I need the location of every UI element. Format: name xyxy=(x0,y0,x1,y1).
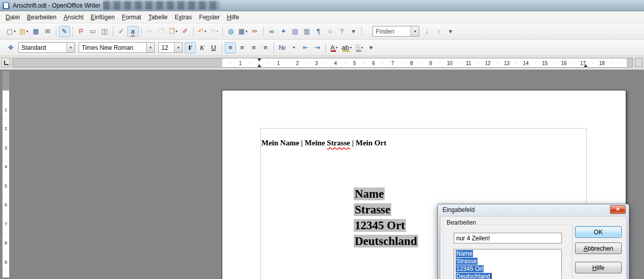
menu-fenster[interactable]: Fenster xyxy=(195,12,223,22)
menu-hilfe[interactable]: Hilfe xyxy=(223,12,243,22)
chevron-down-icon: ▾ xyxy=(178,46,180,50)
right-indent-marker[interactable] xyxy=(584,62,588,67)
left-indent-marker[interactable] xyxy=(257,62,261,67)
textarea-line: Name xyxy=(456,250,560,258)
menu-ansicht[interactable]: Ansicht xyxy=(60,12,87,22)
bullet-list-button[interactable]: • xyxy=(288,42,299,53)
new-document-button[interactable]: ▢▾ xyxy=(5,26,17,37)
input-field-value[interactable]: 12345 Ort xyxy=(354,219,406,232)
menu-bearbeiten[interactable]: Bearbeiten xyxy=(23,12,60,22)
cancel-button[interactable]: Abbrechen xyxy=(575,242,622,254)
document-header-line[interactable]: Mein Name | Meine Strasse | Mein Ort xyxy=(261,139,386,147)
background-color-button[interactable]: ▒▾ xyxy=(354,42,365,53)
gallery-button[interactable]: ▧ xyxy=(289,26,300,37)
format-paintbrush-button[interactable]: ✐ xyxy=(180,26,191,37)
reference-input[interactable]: nur 4 Zeilen! xyxy=(454,233,562,243)
formatting-marks-button[interactable]: ¶ xyxy=(313,26,324,37)
undo-icon: ↶ xyxy=(198,28,204,35)
align-left-button[interactable]: ≡ xyxy=(225,42,236,53)
styles-icon: ❖ xyxy=(8,44,14,51)
increase-indent-button[interactable]: ⇥ xyxy=(312,42,323,53)
vertical-ruler[interactable]: 123456789 xyxy=(2,71,10,278)
auto-spellcheck-button[interactable]: a xyxy=(127,26,139,37)
print-button[interactable]: ▭ xyxy=(87,26,98,37)
window-titlebar[interactable]: Anschrift.odt - OpenOffice Writer xyxy=(0,0,644,11)
zoom-button[interactable]: ○ xyxy=(324,26,335,37)
vertical-ruler-page-segment: 123456789 xyxy=(3,90,9,277)
open-button[interactable]: ▤▾ xyxy=(18,26,30,37)
draw-functions-button[interactable]: ✏ xyxy=(249,26,260,37)
save-button[interactable]: ▦ xyxy=(30,26,42,37)
field-content-textarea[interactable]: NameStrasse12345 OrtDeutschland xyxy=(454,249,562,279)
find-replace-button[interactable]: ∞ xyxy=(266,26,277,37)
ruler-corner-button[interactable] xyxy=(635,58,642,67)
page-preview-button[interactable]: ◫ xyxy=(99,26,110,37)
italic-button[interactable]: K xyxy=(196,42,208,53)
menu-format[interactable]: Format xyxy=(118,12,145,22)
ruler-number: 9 xyxy=(4,259,8,265)
font-size-value[interactable]: 12 xyxy=(159,44,174,51)
numbered-list-icon: № xyxy=(279,44,286,51)
edit-groupbox-label: Bearbeiten xyxy=(445,219,478,226)
input-field-value[interactable]: Name xyxy=(354,188,385,200)
decrease-indent-button[interactable]: ⇤ xyxy=(300,42,311,53)
cut-button[interactable]: ✂ xyxy=(144,26,155,37)
hyperlink-button[interactable]: ◍ xyxy=(225,26,236,37)
spellcheck-button[interactable]: ✓ xyxy=(116,26,127,37)
menu-einfgen[interactable]: Einfügen xyxy=(87,12,118,22)
ruler-number: 14 xyxy=(522,60,529,66)
font-color-button[interactable]: A▾ xyxy=(328,42,340,53)
font-size-dropdown-button[interactable]: ▾ xyxy=(174,43,182,52)
highlighting-button[interactable]: ab▾ xyxy=(340,42,353,53)
print-icon: ▭ xyxy=(89,28,95,35)
paste-button[interactable]: ❒▾ xyxy=(167,26,179,37)
bold-button[interactable]: F xyxy=(185,42,196,53)
menu-datei[interactable]: Datei xyxy=(2,12,23,22)
find-toolbar-combo: Finden ▾ xyxy=(372,26,419,37)
numbered-list-button[interactable]: № xyxy=(277,42,288,53)
dropdown-arrow-icon: ▾ xyxy=(176,29,178,34)
navigator-button[interactable]: ✦ xyxy=(278,26,289,37)
font-name-value[interactable]: Times New Roman xyxy=(79,44,146,51)
find-next-button[interactable]: ↓ xyxy=(421,26,432,37)
export-pdf-button[interactable]: P xyxy=(76,26,87,37)
align-right-button[interactable]: ≡ xyxy=(248,42,259,53)
dialog-close-button[interactable]: ✕ xyxy=(610,205,626,214)
help-button[interactable]: ? xyxy=(336,26,347,37)
find-toolbar-options-button[interactable]: ▾ xyxy=(445,26,456,37)
find-previous-button[interactable]: ↑ xyxy=(433,26,444,37)
toolbar-separator xyxy=(73,26,73,37)
underline-button[interactable]: U xyxy=(208,42,219,53)
justify-button[interactable]: ≡ xyxy=(260,42,271,53)
undo-button[interactable]: ↶▾ xyxy=(196,26,208,37)
toolbar-options-button[interactable]: ▾ xyxy=(348,26,359,37)
find-dropdown-button[interactable]: ▾ xyxy=(411,26,419,36)
insert-table-button[interactable]: ▦▾ xyxy=(237,26,249,37)
address-line: 12345 Ort xyxy=(354,218,418,233)
email-document-button[interactable]: ✉ xyxy=(42,26,53,37)
menu-extras[interactable]: Extras xyxy=(171,12,195,22)
menu-tabelle[interactable]: Tabelle xyxy=(145,12,171,22)
dialog-titlebar[interactable]: Eingabefeld ✕ xyxy=(438,204,629,215)
copy-button[interactable]: ❐ xyxy=(156,26,167,37)
data-sources-button[interactable]: ▥ xyxy=(301,26,312,37)
gallery-icon: ▧ xyxy=(292,28,298,35)
ok-button[interactable]: OK xyxy=(575,226,622,238)
find-input[interactable]: Finden xyxy=(373,28,411,35)
formatting-toolbar-options-button[interactable]: ▾ xyxy=(365,42,377,53)
tab-stop-selector[interactable] xyxy=(2,58,10,67)
styles-window-button[interactable]: ❖ xyxy=(5,42,16,53)
redo-icon: ↷ xyxy=(210,28,215,35)
input-field-value[interactable]: Strasse xyxy=(354,203,391,216)
paragraph-style-dropdown-button[interactable]: ▾ xyxy=(66,43,75,52)
font-name-dropdown-button[interactable]: ▾ xyxy=(146,43,154,52)
input-field-value[interactable]: Deutschland xyxy=(354,235,418,247)
redo-button[interactable]: ↷▾ xyxy=(208,26,219,37)
help-button[interactable]: Hilfe xyxy=(575,262,622,273)
horizontal-ruler[interactable]: 1123456789101112131415161718 xyxy=(12,58,633,68)
edit-file-button[interactable]: ✎ xyxy=(59,26,70,37)
color-bar xyxy=(331,50,336,52)
bullet-list-icon: • xyxy=(293,44,295,51)
align-center-button[interactable]: ≡ xyxy=(236,42,248,53)
paragraph-style-value[interactable]: Standard xyxy=(19,44,66,51)
